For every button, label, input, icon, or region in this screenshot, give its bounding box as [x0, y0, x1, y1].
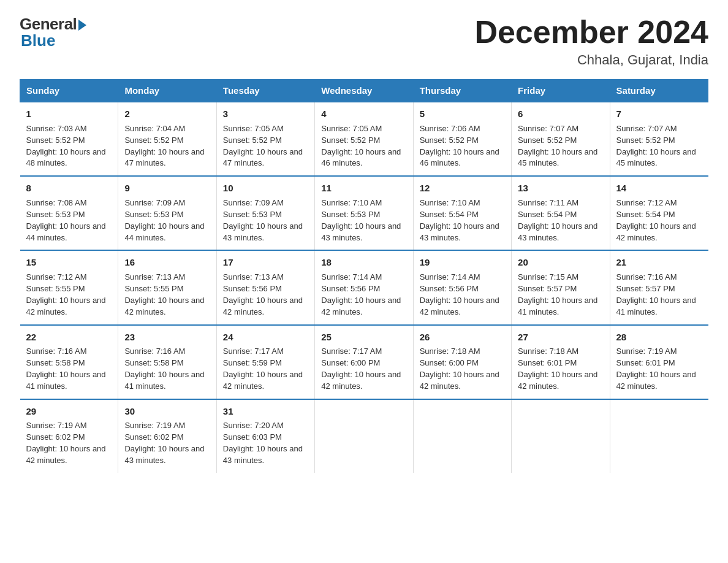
day-number: 11 [321, 182, 406, 195]
day-info: Sunrise: 7:14 AMSunset: 5:56 PMDaylight:… [321, 272, 401, 316]
day-info: Sunrise: 7:14 AMSunset: 5:56 PMDaylight:… [420, 272, 499, 316]
day-info: Sunrise: 7:09 AMSunset: 5:53 PMDaylight:… [124, 198, 204, 242]
calendar-cell: 26Sunrise: 7:18 AMSunset: 6:00 PMDayligh… [413, 325, 511, 399]
header-day-friday: Friday [512, 80, 610, 102]
day-number: 12 [420, 182, 505, 195]
calendar-cell [413, 399, 511, 473]
day-info: Sunrise: 7:19 AMSunset: 6:02 PMDaylight:… [124, 421, 204, 465]
day-number: 17 [223, 256, 308, 269]
calendar-cell: 14Sunrise: 7:12 AMSunset: 5:54 PMDayligh… [610, 176, 708, 250]
day-info: Sunrise: 7:05 AMSunset: 5:52 PMDaylight:… [223, 124, 303, 168]
day-number: 1 [26, 107, 112, 121]
calendar-cell: 20Sunrise: 7:15 AMSunset: 5:57 PMDayligh… [512, 250, 610, 324]
header-day-thursday: Thursday [413, 80, 511, 102]
calendar-cell: 22Sunrise: 7:16 AMSunset: 5:58 PMDayligh… [20, 325, 118, 399]
day-info: Sunrise: 7:16 AMSunset: 5:58 PMDaylight:… [124, 347, 204, 391]
calendar-cell: 5Sunrise: 7:06 AMSunset: 5:52 PMDaylight… [413, 102, 511, 176]
day-number: 4 [321, 107, 406, 121]
day-info: Sunrise: 7:11 AMSunset: 5:54 PMDaylight:… [518, 198, 597, 242]
week-row-2: 8Sunrise: 7:08 AMSunset: 5:53 PMDaylight… [20, 176, 708, 250]
day-info: Sunrise: 7:07 AMSunset: 5:52 PMDaylight:… [616, 124, 696, 168]
calendar-cell: 27Sunrise: 7:18 AMSunset: 6:01 PMDayligh… [512, 325, 610, 399]
calendar-cell: 17Sunrise: 7:13 AMSunset: 5:56 PMDayligh… [216, 250, 314, 324]
header-day-monday: Monday [118, 80, 216, 102]
week-row-4: 22Sunrise: 7:16 AMSunset: 5:58 PMDayligh… [20, 325, 708, 399]
calendar-cell [512, 399, 610, 473]
day-info: Sunrise: 7:04 AMSunset: 5:52 PMDaylight:… [124, 124, 204, 168]
day-info: Sunrise: 7:05 AMSunset: 5:52 PMDaylight:… [321, 124, 401, 168]
calendar-cell: 3Sunrise: 7:05 AMSunset: 5:52 PMDaylight… [216, 102, 314, 176]
day-info: Sunrise: 7:16 AMSunset: 5:58 PMDaylight:… [26, 347, 106, 391]
day-info: Sunrise: 7:18 AMSunset: 6:00 PMDaylight:… [420, 347, 499, 391]
header-day-wednesday: Wednesday [315, 80, 413, 102]
calendar-body: 1Sunrise: 7:03 AMSunset: 5:52 PMDaylight… [20, 102, 708, 473]
day-number: 19 [420, 256, 505, 269]
day-number: 20 [518, 256, 603, 269]
day-number: 22 [26, 331, 112, 344]
day-info: Sunrise: 7:15 AMSunset: 5:57 PMDaylight:… [518, 272, 597, 316]
calendar-cell [315, 399, 413, 473]
header-day-sunday: Sunday [20, 80, 118, 102]
day-number: 9 [124, 182, 210, 195]
calendar-cell: 9Sunrise: 7:09 AMSunset: 5:53 PMDaylight… [118, 176, 216, 250]
logo-blue-text: Blue [21, 31, 55, 50]
day-info: Sunrise: 7:13 AMSunset: 5:55 PMDaylight:… [124, 272, 204, 316]
calendar-cell: 6Sunrise: 7:07 AMSunset: 5:52 PMDaylight… [512, 102, 610, 176]
calendar-cell: 8Sunrise: 7:08 AMSunset: 5:53 PMDaylight… [20, 176, 118, 250]
day-number: 2 [124, 107, 210, 121]
day-info: Sunrise: 7:16 AMSunset: 5:57 PMDaylight:… [616, 272, 696, 316]
month-title: December 2024 [474, 15, 708, 50]
calendar-cell: 10Sunrise: 7:09 AMSunset: 5:53 PMDayligh… [216, 176, 314, 250]
day-number: 23 [124, 331, 210, 344]
day-info: Sunrise: 7:10 AMSunset: 5:53 PMDaylight:… [321, 198, 401, 242]
calendar-cell: 18Sunrise: 7:14 AMSunset: 5:56 PMDayligh… [315, 250, 413, 324]
header-day-saturday: Saturday [610, 80, 708, 102]
location-text: Chhala, Gujarat, India [474, 52, 708, 68]
calendar-table: SundayMondayTuesdayWednesdayThursdayFrid… [20, 79, 708, 473]
day-number: 27 [518, 331, 603, 344]
day-number: 13 [518, 182, 603, 195]
calendar-cell: 13Sunrise: 7:11 AMSunset: 5:54 PMDayligh… [512, 176, 610, 250]
day-info: Sunrise: 7:07 AMSunset: 5:52 PMDaylight:… [518, 124, 597, 168]
title-area: December 2024 Chhala, Gujarat, India [474, 15, 708, 68]
calendar-cell: 16Sunrise: 7:13 AMSunset: 5:55 PMDayligh… [118, 250, 216, 324]
page-header: General Blue December 2024 Chhala, Gujar… [20, 15, 708, 68]
day-number: 3 [223, 107, 308, 121]
day-info: Sunrise: 7:19 AMSunset: 6:01 PMDaylight:… [616, 347, 696, 391]
day-number: 29 [26, 405, 112, 418]
calendar-cell: 25Sunrise: 7:17 AMSunset: 6:00 PMDayligh… [315, 325, 413, 399]
day-info: Sunrise: 7:17 AMSunset: 5:59 PMDaylight:… [223, 347, 303, 391]
calendar-cell: 24Sunrise: 7:17 AMSunset: 5:59 PMDayligh… [216, 325, 314, 399]
day-info: Sunrise: 7:18 AMSunset: 6:01 PMDaylight:… [518, 347, 597, 391]
calendar-cell: 2Sunrise: 7:04 AMSunset: 5:52 PMDaylight… [118, 102, 216, 176]
day-number: 8 [26, 182, 112, 195]
calendar-cell: 21Sunrise: 7:16 AMSunset: 5:57 PMDayligh… [610, 250, 708, 324]
week-row-1: 1Sunrise: 7:03 AMSunset: 5:52 PMDaylight… [20, 102, 708, 176]
day-info: Sunrise: 7:13 AMSunset: 5:56 PMDaylight:… [223, 272, 303, 316]
day-number: 25 [321, 331, 406, 344]
day-number: 5 [420, 107, 505, 121]
day-number: 21 [616, 256, 702, 269]
calendar-cell: 23Sunrise: 7:16 AMSunset: 5:58 PMDayligh… [118, 325, 216, 399]
calendar-cell: 1Sunrise: 7:03 AMSunset: 5:52 PMDaylight… [20, 102, 118, 176]
calendar-cell: 29Sunrise: 7:19 AMSunset: 6:02 PMDayligh… [20, 399, 118, 473]
day-info: Sunrise: 7:19 AMSunset: 6:02 PMDaylight:… [26, 421, 106, 465]
day-info: Sunrise: 7:03 AMSunset: 5:52 PMDaylight:… [26, 124, 106, 168]
day-number: 10 [223, 182, 308, 195]
calendar-cell: 31Sunrise: 7:20 AMSunset: 6:03 PMDayligh… [216, 399, 314, 473]
calendar-cell: 15Sunrise: 7:12 AMSunset: 5:55 PMDayligh… [20, 250, 118, 324]
day-info: Sunrise: 7:20 AMSunset: 6:03 PMDaylight:… [223, 421, 303, 465]
logo-arrow-icon [78, 20, 86, 31]
day-info: Sunrise: 7:10 AMSunset: 5:54 PMDaylight:… [420, 198, 499, 242]
day-number: 30 [124, 405, 210, 418]
calendar-cell: 12Sunrise: 7:10 AMSunset: 5:54 PMDayligh… [413, 176, 511, 250]
calendar-cell: 19Sunrise: 7:14 AMSunset: 5:56 PMDayligh… [413, 250, 511, 324]
week-row-3: 15Sunrise: 7:12 AMSunset: 5:55 PMDayligh… [20, 250, 708, 324]
day-number: 28 [616, 331, 702, 344]
day-info: Sunrise: 7:17 AMSunset: 6:00 PMDaylight:… [321, 347, 401, 391]
day-info: Sunrise: 7:12 AMSunset: 5:54 PMDaylight:… [616, 198, 696, 242]
calendar-cell: 28Sunrise: 7:19 AMSunset: 6:01 PMDayligh… [610, 325, 708, 399]
header-row: SundayMondayTuesdayWednesdayThursdayFrid… [20, 80, 708, 102]
calendar-header: SundayMondayTuesdayWednesdayThursdayFrid… [20, 80, 708, 102]
day-info: Sunrise: 7:12 AMSunset: 5:55 PMDaylight:… [26, 272, 106, 316]
